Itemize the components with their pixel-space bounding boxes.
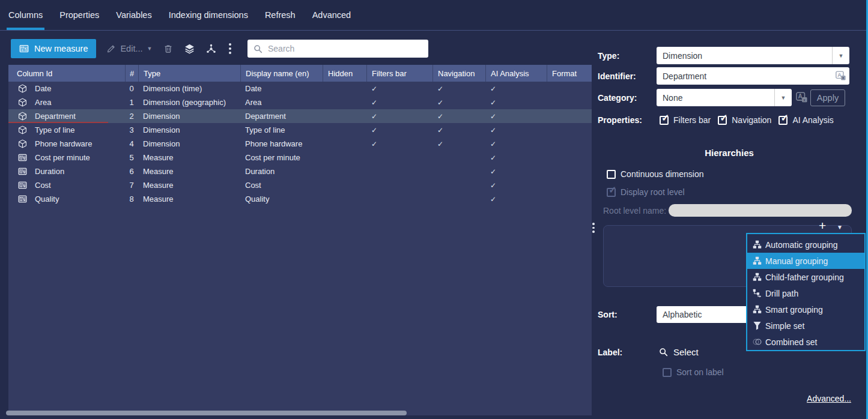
translate-icon[interactable] bbox=[836, 71, 846, 81]
table-row[interactable]: Cost 7 Measure Cost ✓ bbox=[8, 178, 592, 192]
edit-button[interactable]: Edit... ▼ bbox=[106, 44, 152, 53]
menu-item-combined-set[interactable]: Combined set bbox=[747, 334, 864, 350]
table-row[interactable]: Phone hardware 4 Dimension Phone hardwar… bbox=[8, 137, 592, 151]
table-row[interactable]: Cost per minute 5 Measure Cost per minut… bbox=[8, 151, 592, 164]
column-id: Area bbox=[35, 98, 51, 107]
sort-on-label-checkbox[interactable] bbox=[663, 368, 672, 377]
hidden-flag bbox=[323, 164, 366, 178]
chevron-down-icon[interactable]: ▼ bbox=[774, 89, 792, 106]
new-measure-button[interactable]: New measure bbox=[11, 39, 96, 58]
measure-icon bbox=[18, 167, 27, 176]
column-type: Dimension (time) bbox=[138, 82, 240, 95]
format-value bbox=[547, 178, 592, 192]
header-display-name[interactable]: Display name (en) bbox=[240, 65, 323, 82]
tab-refresh[interactable]: Refresh bbox=[265, 0, 296, 30]
table-row[interactable]: Type of line 3 Dimension Type of line ✓ … bbox=[8, 123, 592, 137]
tab-advanced[interactable]: Advanced bbox=[312, 0, 351, 30]
panel-splitter-handle[interactable] bbox=[592, 223, 595, 233]
filters-bar-flag bbox=[366, 164, 432, 178]
column-display-name: Phone hardware bbox=[240, 137, 323, 151]
column-index: 4 bbox=[125, 137, 138, 151]
tab-indexing-dimensions[interactable]: Indexing dimensions bbox=[169, 0, 248, 30]
identifier-field-wrap bbox=[657, 67, 849, 85]
category-label: Category: bbox=[598, 93, 657, 103]
format-value bbox=[547, 164, 592, 178]
header-column-id[interactable]: Column Id bbox=[8, 65, 125, 82]
filters-bar-flag: ✓ bbox=[366, 109, 432, 123]
root-level-name-input[interactable] bbox=[669, 204, 852, 217]
layers-button[interactable] bbox=[184, 44, 195, 54]
display-root-level-checkbox[interactable] bbox=[607, 188, 616, 197]
column-index: 3 bbox=[125, 123, 138, 137]
identifier-row: Identifier: bbox=[598, 67, 849, 85]
horizontal-scrollbar[interactable] bbox=[6, 411, 407, 415]
navigation-checkbox[interactable] bbox=[718, 116, 727, 125]
tab-label: Columns bbox=[8, 10, 43, 20]
add-hierarchy-button[interactable]: + bbox=[819, 219, 826, 232]
menu-item-label: Manual grouping bbox=[765, 256, 828, 266]
hierarchies-title: Hierarchies bbox=[592, 148, 867, 158]
header-filters-bar[interactable]: Filters bar bbox=[366, 65, 432, 82]
tab-properties[interactable]: Properties bbox=[59, 0, 99, 30]
header-format[interactable]: Format bbox=[547, 65, 592, 82]
tab-label: Variables bbox=[116, 10, 151, 20]
menu-item-manual-grouping[interactable]: Manual grouping bbox=[747, 253, 864, 269]
column-display-name: Duration bbox=[240, 164, 323, 178]
org-chart-icon bbox=[753, 273, 762, 282]
menu-item-simple-set[interactable]: Simple set bbox=[747, 318, 864, 334]
translate-icon[interactable] bbox=[796, 92, 807, 103]
menu-item-smart-grouping[interactable]: Smart grouping bbox=[747, 301, 864, 318]
header-hidden[interactable]: Hidden bbox=[323, 65, 366, 82]
table-header: Column Id # Type Display name (en) Hidde… bbox=[8, 65, 592, 82]
header-type[interactable]: Type bbox=[138, 65, 240, 82]
tab-columns[interactable]: Columns bbox=[8, 0, 43, 30]
dimension-icon bbox=[18, 84, 27, 93]
menu-item-drill-path[interactable]: Drill path bbox=[747, 285, 864, 301]
hierarchy-type-menu: Automatic grouping Manual grouping Child… bbox=[746, 233, 866, 351]
label-select-text: Select bbox=[673, 347, 699, 357]
type-dropdown[interactable]: Dimension ▼ bbox=[657, 47, 849, 64]
chevron-down-icon[interactable]: ▼ bbox=[832, 47, 849, 64]
column-id: Quality bbox=[35, 194, 59, 203]
table-row[interactable]: Area 1 Dimension (geographic) Area ✓ ✓ ✓ bbox=[8, 95, 592, 109]
advanced-link[interactable]: Advanced... bbox=[807, 394, 851, 403]
ai-analysis-flag: ✓ bbox=[485, 178, 547, 192]
header-index[interactable]: # bbox=[125, 65, 138, 82]
more-options-button[interactable] bbox=[229, 43, 231, 54]
tab-variables[interactable]: Variables bbox=[116, 0, 151, 30]
apply-button[interactable]: Apply bbox=[810, 89, 845, 106]
filters-bar-checkbox[interactable] bbox=[660, 116, 669, 125]
header-ai-analysis[interactable]: AI Analysis bbox=[485, 65, 547, 82]
filters-bar-flag bbox=[366, 178, 432, 192]
org-chart-icon bbox=[753, 256, 762, 265]
filters-bar-flag: ✓ bbox=[366, 123, 432, 137]
molecule-button[interactable] bbox=[206, 44, 216, 54]
menu-item-child-father-grouping[interactable]: Child-father grouping bbox=[747, 269, 864, 285]
column-details-panel: Type: Dimension ▼ Identifier: Category: … bbox=[592, 31, 867, 419]
table-row[interactable]: Date 0 Dimension (time) Date ✓ ✓ ✓ bbox=[8, 82, 592, 95]
menu-item-label: Simple set bbox=[765, 321, 804, 331]
table-row-selected[interactable]: Department 2 Dimension Department ✓ ✓ ✓ bbox=[8, 109, 592, 123]
navigation-flag bbox=[432, 164, 485, 178]
ai-analysis-checkbox[interactable] bbox=[778, 116, 788, 125]
navigation-flag bbox=[432, 151, 485, 164]
search-input[interactable] bbox=[268, 44, 422, 53]
column-display-name: Department bbox=[240, 109, 323, 123]
table-row[interactable]: Quality 8 Measure Quality ✓ bbox=[8, 192, 592, 206]
columns-table: Column Id # Type Display name (en) Hidde… bbox=[8, 65, 592, 415]
menu-item-label: Smart grouping bbox=[765, 305, 823, 315]
continuous-dimension-checkbox[interactable] bbox=[607, 170, 616, 179]
delete-button[interactable] bbox=[163, 44, 173, 53]
category-dropdown[interactable]: None ▼ bbox=[657, 89, 792, 106]
ai-analysis-flag: ✓ bbox=[485, 164, 547, 178]
identifier-input[interactable] bbox=[663, 71, 836, 81]
plus-icon: + bbox=[819, 219, 826, 232]
add-hierarchy-caret[interactable]: ▼ bbox=[837, 224, 843, 231]
label-select-button[interactable]: Select bbox=[659, 347, 699, 357]
type-label: Type: bbox=[598, 51, 657, 61]
trash-icon bbox=[163, 44, 173, 53]
menu-item-automatic-grouping[interactable]: Automatic grouping bbox=[747, 237, 864, 253]
table-row[interactable]: Duration 6 Measure Duration ✓ bbox=[8, 164, 592, 178]
pencil-icon bbox=[106, 44, 116, 53]
header-navigation[interactable]: Navigation bbox=[432, 65, 485, 82]
